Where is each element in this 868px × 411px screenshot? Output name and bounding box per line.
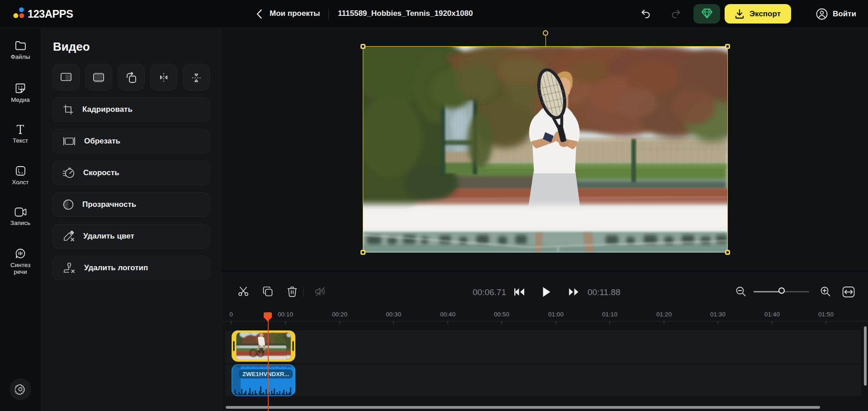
svg-text:ZWE1HVNDXR...: ZWE1HVNDXR...: [242, 371, 289, 378]
